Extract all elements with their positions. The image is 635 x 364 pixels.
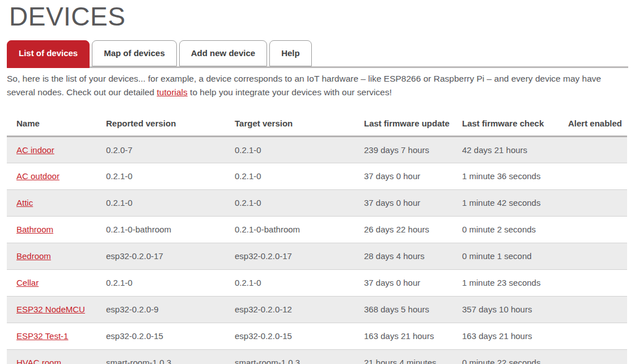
tutorials-link[interactable]: tutorials <box>157 87 188 97</box>
last-firmware-check-cell: 357 days 10 hours <box>452 296 558 323</box>
last-firmware-update-cell: 368 days 5 hours <box>354 296 452 323</box>
column-header-last-firmware-check: Last firmware check <box>452 110 558 137</box>
target-version-cell: 0.2.1-0 <box>225 269 354 296</box>
reported-version-cell: 0.2.1-0 <box>96 269 225 296</box>
last-firmware-update-cell: 37 days 0 hour <box>354 189 452 216</box>
table-row: Attic 0.2.1-0 0.2.1-0 37 days 0 hour 1 m… <box>7 189 627 216</box>
reported-version-cell: 0.2.1-0 <box>96 163 225 189</box>
tab-map-of-devices[interactable]: Map of devices <box>92 40 177 66</box>
table-row: Bathroom 0.2.1-0-bathroom 0.2.1-0-bathro… <box>7 216 627 243</box>
alert-enabled-cell <box>558 189 627 216</box>
tab-help[interactable]: Help <box>269 40 312 66</box>
alert-enabled-cell <box>558 323 627 349</box>
reported-version-cell: 0.2.1-0 <box>96 189 225 216</box>
device-link-bathroom[interactable]: Bathroom <box>16 225 53 234</box>
last-firmware-update-cell: 28 days 4 hours <box>354 243 452 269</box>
table-row: AC outdoor 0.2.1-0 0.2.1-0 37 days 0 hou… <box>7 163 627 189</box>
target-version-cell: smart-room-1.0.3 <box>225 349 354 364</box>
last-firmware-update-cell: 239 days 7 hours <box>354 136 452 163</box>
target-version-cell: 0.2.1-0 <box>225 189 354 216</box>
last-firmware-check-cell: 0 minute 2 seconds <box>452 216 558 243</box>
device-link-ac-indoor[interactable]: AC indoor <box>16 145 54 155</box>
target-version-cell: esp32-0.2.0-15 <box>225 323 354 349</box>
intro-text: So, here is the list of your devices... … <box>7 72 627 99</box>
table-row: ESP32 NodeMCU esp32-0.2.0-9 esp32-0.2.0-… <box>7 296 627 323</box>
last-firmware-check-cell: 0 minute 22 seconds <box>452 349 558 364</box>
last-firmware-update-cell: 21 hours 4 minutes <box>354 349 452 364</box>
column-header-last-firmware-update: Last firmware update <box>354 110 452 137</box>
column-header-target-version: Target version <box>225 110 354 137</box>
table-row: AC indoor 0.2.0-7 0.2.1-0 239 days 7 hou… <box>7 136 627 163</box>
last-firmware-update-cell: 37 days 0 hour <box>354 269 452 296</box>
devices-table: Name Reported version Target version Las… <box>7 110 627 364</box>
table-row: HVAC room smart-room-1.0.3 smart-room-1.… <box>7 349 627 364</box>
column-header-alert-enabled: Alert enabled <box>558 110 627 137</box>
tab-list-of-devices[interactable]: List of devices <box>7 40 90 68</box>
last-firmware-update-cell: 163 days 21 hours <box>354 323 452 349</box>
device-link-cellar[interactable]: Cellar <box>16 278 39 287</box>
reported-version-cell: 0.2.1-0-bathroom <box>96 216 225 243</box>
last-firmware-check-cell: 42 days 21 hours <box>452 136 558 163</box>
tab-bar: List of devices Map of devices Add new d… <box>7 40 627 68</box>
target-version-cell: esp32-0.2.0-12 <box>225 296 354 323</box>
last-firmware-update-cell: 26 days 22 hours <box>354 216 452 243</box>
target-version-cell: 0.2.1-0-bathroom <box>225 216 354 243</box>
device-link-hvac-room[interactable]: HVAC room <box>16 358 61 364</box>
last-firmware-check-cell: 1 minute 23 seconds <box>452 269 558 296</box>
reported-version-cell: esp32-0.2.0-15 <box>96 323 225 349</box>
reported-version-cell: 0.2.0-7 <box>96 136 225 163</box>
device-link-esp32-test-1[interactable]: ESP32 Test-1 <box>16 331 68 341</box>
alert-enabled-cell <box>558 269 627 296</box>
table-header: Name Reported version Target version Las… <box>7 110 627 137</box>
table-row: Bedroom esp32-0.2.0-17 esp32-0.2.0-17 28… <box>7 243 627 269</box>
last-firmware-check-cell: 1 minute 36 seconds <box>452 163 558 189</box>
last-firmware-check-cell: 163 days 21 hours <box>452 323 558 349</box>
table-row: ESP32 Test-1 esp32-0.2.0-15 esp32-0.2.0-… <box>7 323 627 349</box>
device-link-attic[interactable]: Attic <box>16 198 33 208</box>
device-link-bedroom[interactable]: Bedroom <box>16 251 51 261</box>
last-firmware-update-cell: 37 days 0 hour <box>354 163 452 189</box>
column-header-reported-version: Reported version <box>96 110 225 137</box>
alert-enabled-cell <box>558 296 627 323</box>
target-version-cell: esp32-0.2.0-17 <box>225 243 354 269</box>
alert-enabled-cell <box>558 216 627 243</box>
last-firmware-check-cell: 1 minute 42 seconds <box>452 189 558 216</box>
target-version-cell: 0.2.1-0 <box>225 163 354 189</box>
page-title: DEVICES <box>9 2 627 31</box>
devices-page: DEVICES List of devices Map of devices A… <box>0 2 635 364</box>
table-row: Cellar 0.2.1-0 0.2.1-0 37 days 0 hour 1 … <box>7 269 627 296</box>
table-body: AC indoor 0.2.0-7 0.2.1-0 239 days 7 hou… <box>7 136 627 364</box>
reported-version-cell: esp32-0.2.0-17 <box>96 243 225 269</box>
target-version-cell: 0.2.1-0 <box>225 136 354 163</box>
column-header-name: Name <box>7 110 96 137</box>
last-firmware-check-cell: 0 minute 1 second <box>452 243 558 269</box>
device-link-esp32-nodemcu[interactable]: ESP32 NodeMCU <box>16 304 85 314</box>
alert-enabled-cell <box>558 243 627 269</box>
reported-version-cell: esp32-0.2.0-9 <box>96 296 225 323</box>
alert-enabled-cell <box>558 163 627 189</box>
intro-text-after-link: to help you integrate your devices with … <box>188 87 392 97</box>
alert-enabled-cell <box>558 136 627 163</box>
device-link-ac-outdoor[interactable]: AC outdoor <box>16 171 60 181</box>
tab-add-new-device[interactable]: Add new device <box>179 40 267 66</box>
reported-version-cell: smart-room-1.0.3 <box>96 349 225 364</box>
alert-enabled-cell <box>558 349 627 364</box>
